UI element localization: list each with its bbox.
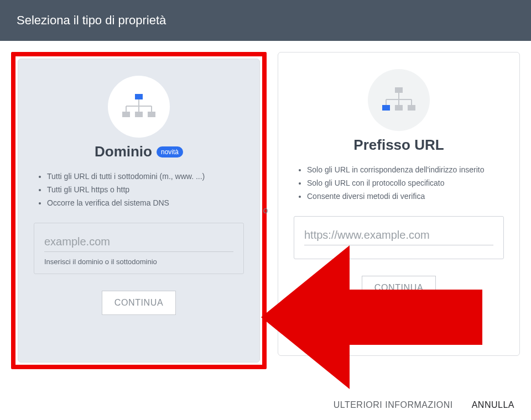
list-item: Tutti gli URL di tutti i sottodomini (m.… <box>47 170 244 183</box>
domain-card-highlight: Dominio novità Tutti gli URL di tutti i … <box>11 52 267 369</box>
svg-rect-8 <box>148 112 155 117</box>
urlprefix-bullets: Solo gli URL in corrispondenza dell'indi… <box>294 164 504 203</box>
urlprefix-input-block <box>294 216 504 259</box>
svg-rect-6 <box>122 112 130 117</box>
domain-title: Dominio <box>95 143 152 160</box>
list-item: Occorre la verifica del sistema DNS <box>47 197 244 210</box>
urlprefix-card-wrap: Prefisso URL Solo gli URL in corrisponde… <box>278 52 520 369</box>
domain-bullets: Tutti gli URL di tutti i sottodomini (m.… <box>34 170 244 209</box>
dialog-title: Seleziona il tipo di proprietà <box>17 13 166 27</box>
cancel-button[interactable]: ANNULLA <box>472 400 514 410</box>
dialog-header: Seleziona il tipo di proprietà <box>0 0 531 41</box>
list-item: Solo gli URL con il protocollo specifica… <box>307 177 504 190</box>
svg-rect-7 <box>135 112 143 117</box>
list-item: Tutti gli URL https o http <box>47 183 244 197</box>
urlprefix-title-row: Prefisso URL <box>353 136 444 154</box>
svg-rect-15 <box>382 105 390 111</box>
dialog-content: Dominio novità Tutti gli URL di tutti i … <box>0 41 531 380</box>
domain-title-row: Dominio novità <box>95 143 183 160</box>
svg-rect-9 <box>395 87 403 93</box>
urlprefix-continue-button[interactable]: CONTINUA <box>362 276 436 300</box>
sitemap-icon <box>108 76 170 138</box>
svg-rect-17 <box>408 105 415 111</box>
urlprefix-card[interactable]: Prefisso URL Solo gli URL in corrisponde… <box>278 52 520 356</box>
more-info-link[interactable]: ULTERIORI INFORMAZIONI <box>334 400 453 410</box>
list-item: Solo gli URL in corrispondenza dell'indi… <box>307 164 504 177</box>
urlprefix-title: Prefisso URL <box>353 136 444 154</box>
domain-card[interactable]: Dominio novità Tutti gli URL di tutti i … <box>18 59 260 363</box>
urlprefix-input[interactable] <box>304 227 493 245</box>
domain-input[interactable] <box>44 233 233 252</box>
svg-rect-16 <box>395 105 403 111</box>
dialog-footer: ULTERIORI INFORMAZIONI ANNULLA <box>334 400 514 410</box>
svg-rect-0 <box>135 94 143 99</box>
new-badge: novità <box>157 146 183 158</box>
list-item: Consente diversi metodi di verifica <box>307 190 504 203</box>
sitemap-icon <box>368 69 430 131</box>
domain-continue-button[interactable]: CONTINUA <box>102 291 176 315</box>
or-separator: o <box>263 206 268 216</box>
domain-input-block: Inserisci il dominio o il sottodominio <box>34 223 244 274</box>
domain-input-helper: Inserisci il dominio o il sottodominio <box>44 258 233 266</box>
